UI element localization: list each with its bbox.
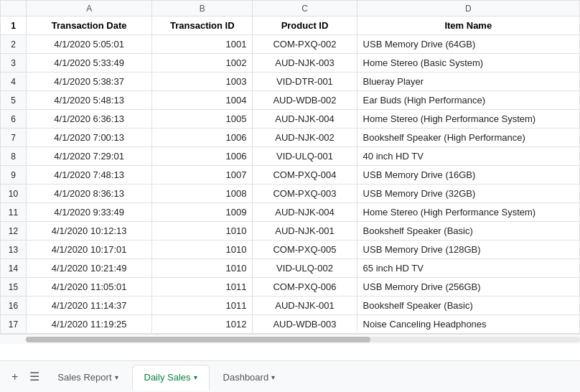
column-letter-row: A B C D xyxy=(1,1,580,17)
cell-tid-11[interactable]: 1010 xyxy=(152,241,253,259)
row-num-3: 3 xyxy=(1,54,27,73)
cell-name-2[interactable]: Blueray Player xyxy=(357,73,579,91)
cell-pid-14[interactable]: AUD-NJK-001 xyxy=(253,297,357,315)
table-row: 10 4/1/2020 8:36:13 1008 COM-PXQ-003 USB… xyxy=(1,185,580,203)
cell-name-7[interactable]: USB Memory Drive (16GB) xyxy=(357,166,579,185)
table-row: 15 4/1/2020 11:05:01 1011 COM-PXQ-006 US… xyxy=(1,278,580,297)
cell-name-9[interactable]: Home Stereo (High Performance System) xyxy=(357,203,579,222)
cell-tid-2[interactable]: 1003 xyxy=(152,73,253,91)
cell-pid-15[interactable]: AUD-WDB-003 xyxy=(253,315,357,334)
table-row: 5 4/1/2020 5:48:13 1004 AUD-WDB-002 Ear … xyxy=(1,91,580,110)
col-header-a[interactable]: A xyxy=(27,1,152,17)
cell-tid-3[interactable]: 1004 xyxy=(152,91,253,110)
cell-date-5[interactable]: 4/1/2020 7:00:13 xyxy=(27,129,152,147)
cell-tid-4[interactable]: 1005 xyxy=(152,110,253,129)
table-row: 6 4/1/2020 6:36:13 1005 AUD-NJK-004 Home… xyxy=(1,110,580,129)
cell-date-13[interactable]: 4/1/2020 11:05:01 xyxy=(27,278,152,297)
horizontal-scrollbar[interactable] xyxy=(0,334,580,344)
table-row: 4 4/1/2020 5:38:37 1003 VID-DTR-001 Blue… xyxy=(1,73,580,91)
cell-date-8[interactable]: 4/1/2020 8:36:13 xyxy=(27,185,152,203)
cell-pid-6[interactable]: VID-ULQ-001 xyxy=(253,147,357,166)
tab-dashboard[interactable]: Dashboard ▾ xyxy=(211,364,288,390)
cell-pid-2[interactable]: VID-DTR-001 xyxy=(253,73,357,91)
table-row: 14 4/1/2020 10:21:49 1010 VID-ULQ-002 65… xyxy=(1,259,580,278)
cell-pid-4[interactable]: AUD-NJK-004 xyxy=(253,110,357,129)
cell-name-13[interactable]: USB Memory Drive (256GB) xyxy=(357,278,579,297)
row-num-10: 10 xyxy=(1,185,27,203)
spreadsheet: A B C D 1 Transaction Date Transaction I… xyxy=(0,0,580,360)
cell-tid-10[interactable]: 1010 xyxy=(152,222,253,241)
cell-tid-1[interactable]: 1002 xyxy=(152,54,253,73)
cell-tid-12[interactable]: 1010 xyxy=(152,259,253,278)
tab-dashboard-label: Dashboard xyxy=(223,372,269,383)
cell-name-6[interactable]: 40 inch HD TV xyxy=(357,147,579,166)
tab-sales-report-arrow: ▾ xyxy=(115,373,118,381)
cell-date-4[interactable]: 4/1/2020 6:36:13 xyxy=(27,110,152,129)
row-num-16: 16 xyxy=(1,297,27,315)
cell-name-12[interactable]: 65 inch HD TV xyxy=(357,259,579,278)
cell-name-11[interactable]: USB Memory Drive (128GB) xyxy=(357,241,579,259)
cell-name-10[interactable]: Bookshelf Speaker (Basic) xyxy=(357,222,579,241)
cell-date-7[interactable]: 4/1/2020 7:48:13 xyxy=(27,166,152,185)
cell-tid-8[interactable]: 1008 xyxy=(152,185,253,203)
cell-name-1[interactable]: Home Stereo (Basic System) xyxy=(357,54,579,73)
cell-name-8[interactable]: USB Memory Drive (32GB) xyxy=(357,185,579,203)
cell-pid-8[interactable]: COM-PXQ-003 xyxy=(253,185,357,203)
col-header-b[interactable]: B xyxy=(152,1,253,17)
cell-name-14[interactable]: Bookshelf Speaker (Basic) xyxy=(357,297,579,315)
row-num-6: 6 xyxy=(1,110,27,129)
table-row: 12 4/1/2020 10:12:13 1010 AUD-NJK-001 Bo… xyxy=(1,222,580,241)
cell-date-9[interactable]: 4/1/2020 9:33:49 xyxy=(27,203,152,222)
cell-tid-14[interactable]: 1011 xyxy=(152,297,253,315)
row-num-14: 14 xyxy=(1,259,27,278)
cell-pid-13[interactable]: COM-PXQ-006 xyxy=(253,278,357,297)
corner-cell xyxy=(1,1,27,17)
col-header-d[interactable]: D xyxy=(357,1,579,17)
row-num-8: 8 xyxy=(1,147,27,166)
cell-pid-12[interactable]: VID-ULQ-002 xyxy=(253,259,357,278)
tab-sales-report-label: Sales Report xyxy=(57,372,111,383)
cell-pid-1[interactable]: AUD-NJK-003 xyxy=(253,54,357,73)
cell-date-1[interactable]: 4/1/2020 5:33:49 xyxy=(27,54,152,73)
row-num-11: 11 xyxy=(1,203,27,222)
tab-daily-sales[interactable]: Daily Sales ▾ xyxy=(132,365,210,391)
cell-date-2[interactable]: 4/1/2020 5:38:37 xyxy=(27,73,152,91)
cell-pid-10[interactable]: AUD-NJK-001 xyxy=(253,222,357,241)
add-sheet-button[interactable]: + xyxy=(6,368,24,386)
cell-date-10[interactable]: 4/1/2020 10:12:13 xyxy=(27,222,152,241)
tab-sales-report[interactable]: Sales Report ▾ xyxy=(45,364,130,390)
row-num-7: 7 xyxy=(1,129,27,147)
row-num-1: 1 xyxy=(1,17,27,35)
cell-tid-0[interactable]: 1001 xyxy=(152,35,253,54)
cell-pid-7[interactable]: COM-PXQ-004 xyxy=(253,166,357,185)
cell-pid-11[interactable]: COM-PXQ-005 xyxy=(253,241,357,259)
table-row: 7 4/1/2020 7:00:13 1006 AUD-NJK-002 Book… xyxy=(1,129,580,147)
cell-date-15[interactable]: 4/1/2020 11:19:25 xyxy=(27,315,152,334)
scrollbar-thumb[interactable] xyxy=(26,337,370,342)
cell-tid-7[interactable]: 1007 xyxy=(152,166,253,185)
cell-date-11[interactable]: 4/1/2020 10:17:01 xyxy=(27,241,152,259)
cell-pid-9[interactable]: AUD-NJK-004 xyxy=(253,203,357,222)
cell-name-3[interactable]: Ear Buds (High Performance) xyxy=(357,91,579,110)
table-row: 2 4/1/2020 5:05:01 1001 COM-PXQ-002 USB … xyxy=(1,35,580,54)
cell-name-0[interactable]: USB Memory Drive (64GB) xyxy=(357,35,579,54)
cell-name-5[interactable]: Bookshelf Speaker (High Performance) xyxy=(357,129,579,147)
sheet-list-button[interactable]: ☰ xyxy=(24,367,45,386)
cell-pid-5[interactable]: AUD-NJK-002 xyxy=(253,129,357,147)
col-header-c[interactable]: C xyxy=(253,1,357,17)
cell-tid-6[interactable]: 1006 xyxy=(152,147,253,166)
cell-tid-13[interactable]: 1011 xyxy=(152,278,253,297)
cell-date-12[interactable]: 4/1/2020 10:21:49 xyxy=(27,259,152,278)
cell-date-6[interactable]: 4/1/2020 7:29:01 xyxy=(27,147,152,166)
cell-name-15[interactable]: Noise Canceling Headphones xyxy=(357,315,579,334)
cell-name-4[interactable]: Home Stereo (High Performance System) xyxy=(357,110,579,129)
header-transaction-id: Transaction ID xyxy=(152,17,253,35)
cell-date-3[interactable]: 4/1/2020 5:48:13 xyxy=(27,91,152,110)
cell-date-14[interactable]: 4/1/2020 11:14:37 xyxy=(27,297,152,315)
cell-pid-3[interactable]: AUD-WDB-002 xyxy=(253,91,357,110)
cell-tid-9[interactable]: 1009 xyxy=(152,203,253,222)
cell-pid-0[interactable]: COM-PXQ-002 xyxy=(253,35,357,54)
cell-tid-15[interactable]: 1012 xyxy=(152,315,253,334)
cell-tid-5[interactable]: 1006 xyxy=(152,129,253,147)
cell-date-0[interactable]: 4/1/2020 5:05:01 xyxy=(27,35,152,54)
